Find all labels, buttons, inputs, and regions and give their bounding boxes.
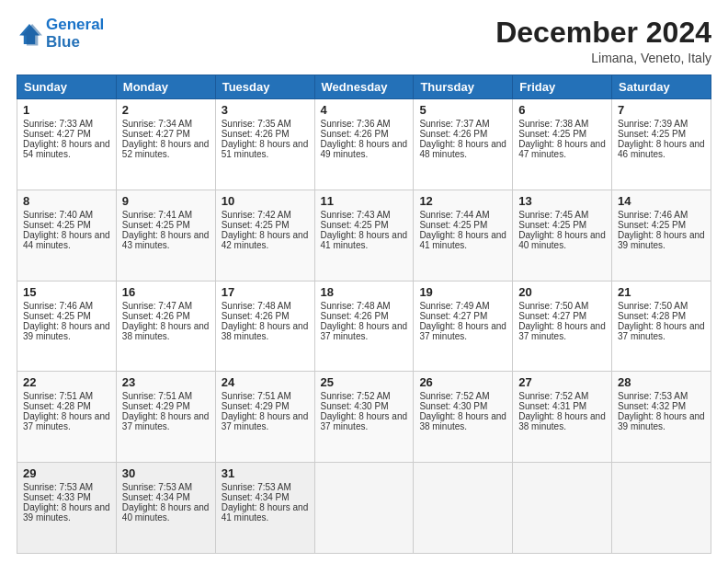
day-number: 27: [518, 375, 606, 389]
sunrise-text: Sunrise: 7:53 AM: [222, 482, 291, 492]
sunset-text: Sunset: 4:25 PM: [23, 220, 91, 230]
day-number: 7: [618, 103, 705, 117]
sunset-text: Sunset: 4:32 PM: [618, 401, 686, 411]
calendar-cell: 23Sunrise: 7:51 AMSunset: 4:29 PMDayligh…: [116, 372, 215, 463]
sunrise-text: Sunrise: 7:38 AM: [518, 119, 588, 129]
calendar-cell: 31Sunrise: 7:53 AMSunset: 4:34 PMDayligh…: [215, 463, 314, 554]
sunset-text: Sunset: 4:25 PM: [618, 129, 686, 139]
sunrise-text: Sunrise: 7:53 AM: [23, 482, 93, 492]
sunrise-text: Sunrise: 7:51 AM: [23, 391, 93, 401]
day-number: 4: [321, 103, 408, 117]
calendar-cell: 18Sunrise: 7:48 AMSunset: 4:26 PMDayligh…: [314, 281, 414, 372]
sunrise-text: Sunrise: 7:52 AM: [419, 391, 489, 401]
calendar-cell: [513, 463, 612, 554]
day-number: 21: [618, 285, 705, 299]
sunrise-text: Sunrise: 7:35 AM: [222, 119, 291, 129]
daylight-text: Daylight: 8 hours and 51 minutes.: [222, 139, 309, 159]
calendar-cell: 6Sunrise: 7:38 AMSunset: 4:25 PMDaylight…: [513, 99, 612, 190]
day-number: 11: [321, 194, 408, 208]
calendar-cell: 29Sunrise: 7:53 AMSunset: 4:33 PMDayligh…: [17, 463, 117, 554]
calendar-cell: 26Sunrise: 7:52 AMSunset: 4:30 PMDayligh…: [414, 372, 513, 463]
calendar-cell: 2Sunrise: 7:34 AMSunset: 4:27 PMDaylight…: [116, 99, 215, 190]
day-number: 5: [419, 103, 506, 117]
calendar-cell: 28Sunrise: 7:53 AMSunset: 4:32 PMDayligh…: [612, 372, 711, 463]
day-number: 14: [618, 194, 705, 208]
day-header-monday: Monday: [116, 75, 215, 99]
sunset-text: Sunset: 4:34 PM: [122, 492, 190, 502]
day-number: 30: [122, 466, 210, 480]
sunset-text: Sunset: 4:25 PM: [618, 220, 686, 230]
calendar-cell: 7Sunrise: 7:39 AMSunset: 4:25 PMDaylight…: [612, 99, 711, 190]
daylight-text: Daylight: 8 hours and 37 minutes.: [518, 321, 606, 341]
day-number: 19: [419, 285, 506, 299]
sunrise-text: Sunrise: 7:47 AM: [122, 301, 192, 311]
sunset-text: Sunset: 4:25 PM: [23, 311, 91, 321]
sunset-text: Sunset: 4:29 PM: [122, 401, 190, 411]
day-number: 3: [222, 103, 309, 117]
calendar-cell: 14Sunrise: 7:46 AMSunset: 4:25 PMDayligh…: [612, 190, 711, 281]
daylight-text: Daylight: 8 hours and 40 minutes.: [122, 502, 210, 523]
calendar-cell: 17Sunrise: 7:48 AMSunset: 4:26 PMDayligh…: [215, 281, 314, 372]
day-number: 10: [222, 194, 309, 208]
day-number: 26: [419, 375, 506, 389]
sunrise-text: Sunrise: 7:52 AM: [321, 391, 391, 401]
day-number: 23: [122, 375, 210, 389]
sunrise-text: Sunrise: 7:51 AM: [222, 391, 291, 401]
sunset-text: Sunset: 4:25 PM: [122, 220, 190, 230]
day-number: 1: [23, 103, 110, 117]
daylight-text: Daylight: 8 hours and 39 minutes.: [618, 411, 705, 431]
sunrise-text: Sunrise: 7:45 AM: [518, 210, 588, 220]
logo-general: General: [46, 16, 104, 33]
day-number: 15: [23, 285, 110, 299]
sunrise-text: Sunrise: 7:33 AM: [23, 119, 93, 129]
sunset-text: Sunset: 4:34 PM: [222, 492, 290, 502]
daylight-text: Daylight: 8 hours and 48 minutes.: [419, 139, 506, 159]
logo-blue: Blue: [46, 34, 104, 52]
sunset-text: Sunset: 4:26 PM: [222, 129, 290, 139]
day-number: 18: [321, 285, 408, 299]
logo-icon: [17, 21, 42, 47]
day-number: 2: [122, 103, 210, 117]
day-number: 28: [618, 375, 705, 389]
day-number: 25: [321, 375, 408, 389]
sunset-text: Sunset: 4:31 PM: [518, 401, 586, 411]
sunrise-text: Sunrise: 7:46 AM: [23, 301, 93, 311]
day-header-wednesday: Wednesday: [314, 75, 414, 99]
sunrise-text: Sunrise: 7:37 AM: [419, 119, 489, 129]
sunrise-text: Sunrise: 7:40 AM: [23, 210, 93, 220]
daylight-text: Daylight: 8 hours and 43 minutes.: [122, 230, 210, 250]
sunset-text: Sunset: 4:30 PM: [419, 401, 487, 411]
daylight-text: Daylight: 8 hours and 41 minutes.: [321, 230, 408, 250]
calendar-cell: [314, 463, 414, 554]
daylight-text: Daylight: 8 hours and 40 minutes.: [518, 230, 606, 250]
sunset-text: Sunset: 4:25 PM: [419, 220, 487, 230]
sunset-text: Sunset: 4:29 PM: [222, 401, 290, 411]
daylight-text: Daylight: 8 hours and 39 minutes.: [23, 502, 110, 523]
logo: General Blue: [17, 17, 104, 51]
calendar-cell: 13Sunrise: 7:45 AMSunset: 4:25 PMDayligh…: [513, 190, 612, 281]
header: General Blue December 2024 Limana, Venet…: [17, 17, 711, 65]
calendar-cell: 20Sunrise: 7:50 AMSunset: 4:27 PMDayligh…: [513, 281, 612, 372]
daylight-text: Daylight: 8 hours and 38 minutes.: [222, 321, 309, 341]
daylight-text: Daylight: 8 hours and 38 minutes.: [419, 411, 506, 431]
calendar-cell: [612, 463, 711, 554]
day-number: 22: [23, 375, 110, 389]
calendar-cell: 21Sunrise: 7:50 AMSunset: 4:28 PMDayligh…: [612, 281, 711, 372]
day-number: 24: [222, 375, 309, 389]
sunset-text: Sunset: 4:25 PM: [518, 129, 586, 139]
sunset-text: Sunset: 4:30 PM: [321, 401, 389, 411]
calendar-cell: 12Sunrise: 7:44 AMSunset: 4:25 PMDayligh…: [414, 190, 513, 281]
calendar-cell: 1Sunrise: 7:33 AMSunset: 4:27 PMDaylight…: [17, 99, 117, 190]
calendar-cell: 24Sunrise: 7:51 AMSunset: 4:29 PMDayligh…: [215, 372, 314, 463]
daylight-text: Daylight: 8 hours and 37 minutes.: [321, 411, 408, 431]
calendar-cell: 11Sunrise: 7:43 AMSunset: 4:25 PMDayligh…: [314, 190, 414, 281]
day-number: 9: [122, 194, 210, 208]
daylight-text: Daylight: 8 hours and 38 minutes.: [122, 321, 210, 341]
daylight-text: Daylight: 8 hours and 49 minutes.: [321, 139, 408, 159]
sunrise-text: Sunrise: 7:50 AM: [518, 301, 588, 311]
sunset-text: Sunset: 4:27 PM: [122, 129, 190, 139]
sunset-text: Sunset: 4:26 PM: [122, 311, 190, 321]
calendar-cell: 16Sunrise: 7:47 AMSunset: 4:26 PMDayligh…: [116, 281, 215, 372]
month-title: December 2024: [495, 17, 711, 49]
calendar-cell: 8Sunrise: 7:40 AMSunset: 4:25 PMDaylight…: [17, 190, 117, 281]
